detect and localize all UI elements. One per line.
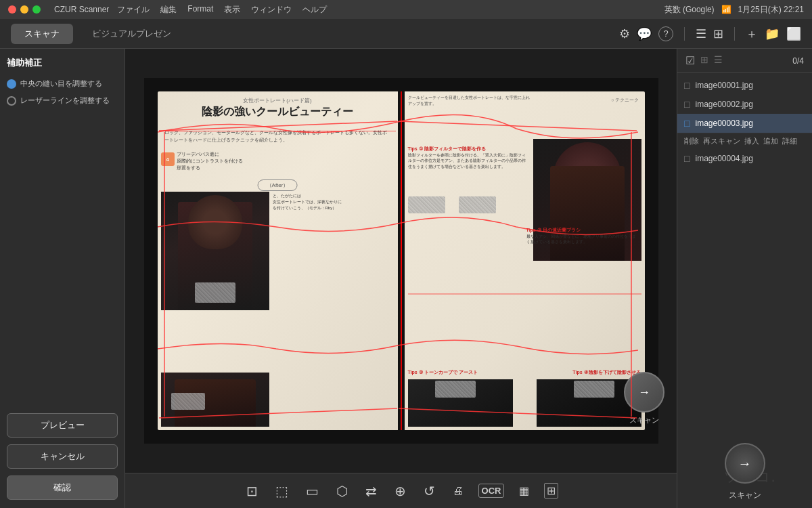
action-detail[interactable]: 詳細 [782, 136, 797, 146]
scan-arrow-icon2: → [738, 456, 752, 471]
file-icon-3: □ [684, 118, 690, 129]
file-name-1: image00001.jpg [695, 81, 805, 90]
qr-icon[interactable]: ▦ [516, 482, 532, 500]
menu-edit[interactable]: 編集 [160, 4, 177, 16]
book-preview: 女性ポートレート(ハード篇) 陰影の強いクールビューティー ロック、ファッション… [144, 78, 658, 444]
cancel-button[interactable]: キャンセル [7, 444, 118, 469]
right-panel-header: ☑ ⊞ ☰ 0/4 [677, 49, 812, 73]
scan-button[interactable]: → [725, 443, 765, 484]
export-icon[interactable]: ⬜ [786, 26, 801, 41]
action-delete[interactable]: 削除 [684, 136, 699, 146]
file-item-3[interactable]: □ image00003.jpg [677, 114, 812, 133]
file-item-3-actions: 削除 再スキャン 挿入 追加 詳細 [677, 133, 812, 149]
file-name-2: image00002.jpg [695, 100, 805, 109]
rect-icon[interactable]: ▭ [303, 480, 321, 502]
circle-icon[interactable]: ⊕ [392, 480, 409, 502]
option-center-seam[interactable]: 中央の縫い目を調整する [7, 79, 118, 89]
option-laser-line[interactable]: レーザーラインを調整する [7, 96, 118, 106]
action-insert[interactable]: 挿入 [744, 136, 759, 146]
menu-file[interactable]: ファイル [117, 4, 150, 16]
toolbar: ⊡ ⬚ ▭ ⬡ ⇄ ⊕ ↺ 🖨 OCR ▦ ⊞ [125, 473, 677, 508]
file-icon-2: □ [684, 99, 690, 110]
menu-help[interactable]: ヘルプ [302, 4, 327, 16]
file-name-4: image00004.jpg [695, 154, 805, 163]
scan-button-area: ツッコ. → スキャン [677, 433, 812, 508]
panel-view-icons: ☑ ⊞ ☰ [685, 54, 723, 67]
scan-curves [158, 91, 638, 430]
menu-bar: ファイル 編集 Format 表示 ウィンドウ ヘルプ [117, 4, 327, 16]
table-icon[interactable]: ⊞ [544, 483, 558, 499]
file-name-3: image00003.jpg [695, 119, 805, 128]
scan-button-label: スキャン [729, 490, 761, 501]
file-icon-1: □ [684, 80, 690, 91]
svg-rect-0 [159, 131, 396, 131]
transform-icon[interactable]: ⬡ [334, 480, 351, 502]
confirm-button[interactable]: 確認 [7, 475, 118, 500]
help-icon[interactable]: ? [658, 26, 673, 41]
ocr-icon[interactable]: OCR [478, 484, 505, 498]
close-button[interactable] [8, 5, 16, 14]
datetime: 1月25日(木) 22:21 [738, 4, 804, 16]
file-item-4[interactable]: □ image00004.jpg [677, 149, 812, 168]
center-area: 女性ポートレート(ハード篇) 陰影の強いクールビューティー ロック、ファッション… [125, 49, 677, 508]
preview-button[interactable]: プレビュー [7, 413, 118, 438]
undo-icon[interactable]: ↺ [421, 480, 438, 502]
tabbar: スキャナ ビジュアルプレゼン ⚙ 💬 ? ☰ ⊞ ＋ 📁 ⬜ [0, 19, 812, 49]
action-add[interactable]: 追加 [763, 136, 778, 146]
menu-format[interactable]: Format [187, 4, 213, 16]
panel-check-icon[interactable]: ☑ [685, 54, 695, 67]
maximize-button[interactable] [32, 5, 41, 14]
list-view-icon[interactable]: ☰ [696, 26, 706, 41]
folder-icon[interactable]: 📁 [765, 26, 780, 41]
file-item-1[interactable]: □ image00001.jpg [677, 76, 812, 95]
app-name: CZUR Scanner [54, 5, 109, 14]
print-icon[interactable]: 🖨 [450, 482, 466, 500]
file-list: □ image00001.jpg □ image00002.jpg □ imag… [677, 73, 812, 256]
traffic-lights [8, 5, 41, 14]
tab-scanner[interactable]: スキャナ [11, 24, 73, 44]
select-icon[interactable]: ⬚ [273, 480, 291, 502]
settings-icon[interactable]: ⚙ [619, 26, 630, 41]
scan-arrow-icon: → [638, 385, 650, 400]
radio-center-seam[interactable] [7, 79, 16, 89]
grid-view-icon[interactable]: ⊞ [713, 26, 723, 41]
count-badge: 0/4 [792, 56, 804, 66]
action-rescan[interactable]: 再スキャン [703, 136, 740, 146]
tabbar-icons: ⚙ 💬 ? ☰ ⊞ ＋ 📁 ⬜ [619, 26, 801, 42]
menu-view[interactable]: 表示 [224, 4, 240, 16]
tab-visual[interactable]: ビジュアルプレゼン [78, 24, 185, 44]
crop-icon[interactable]: ⊡ [244, 480, 261, 502]
add-icon[interactable]: ＋ [746, 26, 758, 42]
input-method: 英数 (Google) [664, 4, 715, 16]
wifi-icon: 📶 [721, 5, 731, 14]
minimize-button[interactable] [20, 5, 28, 14]
canvas-area: 女性ポートレート(ハード篇) 陰影の強いクールビューティー ロック、ファッション… [125, 49, 677, 473]
left-panel: 補助補正 中央の縫い目を調整する レーザーラインを調整する プレビュー キャンセ… [0, 49, 125, 508]
radio-laser-line[interactable] [7, 96, 16, 106]
titlebar-right: 英数 (Google) 📶 1月25日(木) 22:21 [664, 4, 804, 16]
file-icon-4: □ [684, 153, 690, 164]
adjust-icon[interactable]: ⇄ [363, 480, 380, 502]
right-panel: ☑ ⊞ ☰ 0/4 □ image00001.jpg □ image00002.… [677, 49, 812, 508]
panel-title: 補助補正 [7, 57, 118, 69]
file-item-2[interactable]: □ image00002.jpg [677, 95, 812, 114]
menu-window[interactable]: ウィンドウ [251, 4, 292, 16]
panel-grid-icon[interactable]: ⊞ [700, 54, 708, 67]
titlebar: CZUR Scanner ファイル 編集 Format 表示 ウィンドウ ヘルプ… [0, 0, 812, 19]
chat-icon[interactable]: 💬 [637, 26, 652, 41]
panel-list-icon[interactable]: ☰ [714, 54, 723, 67]
main: 補助補正 中央の縫い目を調整する レーザーラインを調整する プレビュー キャンセ… [0, 49, 812, 508]
tabs: スキャナ ビジュアルプレゼン [11, 24, 185, 44]
